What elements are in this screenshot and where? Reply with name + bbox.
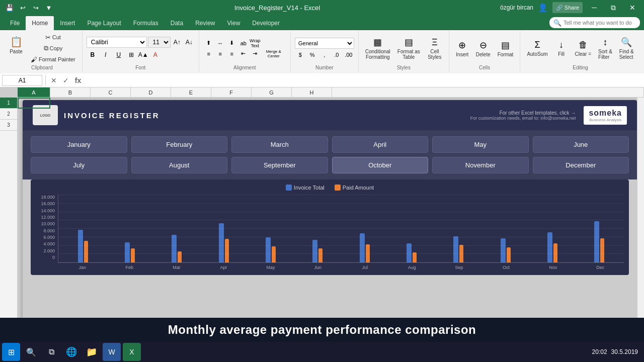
align-bottom-button[interactable]: ⬇ — [226, 39, 237, 48]
increase-decimal-button[interactable]: .0 — [331, 50, 342, 59]
explorer-icon[interactable]: 📁 — [83, 343, 101, 361]
cancel-formula-button[interactable]: ✕ — [49, 75, 59, 85]
undo-button[interactable]: ↩ — [17, 2, 28, 13]
border-button[interactable]: ⊞ — [126, 49, 137, 60]
cell-reference-box[interactable] — [2, 75, 42, 86]
format-cells-button[interactable]: ▤ Format — [495, 34, 516, 62]
col-header-e[interactable]: E — [171, 87, 211, 97]
excel-icon[interactable]: X — [123, 343, 141, 361]
month-btn-september[interactable]: September — [231, 157, 328, 173]
month-btn-april[interactable]: April — [332, 136, 429, 153]
start-button[interactable]: ⊞ — [2, 343, 20, 361]
font-family-dropdown[interactable]: Calibri — [87, 37, 147, 48]
search-taskbar[interactable]: 🔍 — [22, 343, 40, 361]
month-btn-july[interactable]: July — [31, 157, 127, 173]
customize-qat-button[interactable]: ▼ — [43, 2, 54, 13]
align-center-button[interactable]: ≡ — [215, 49, 226, 58]
tab-formulas[interactable]: Formulas — [127, 16, 165, 30]
align-right-button[interactable]: ≡ — [226, 49, 237, 58]
wrap-text-button[interactable]: Wrap Text — [250, 39, 261, 48]
month-btn-august[interactable]: August — [131, 157, 228, 173]
percent-button[interactable]: % — [307, 50, 318, 59]
paste-button[interactable]: 📋 Paste — [6, 32, 26, 57]
decrease-decimal-button[interactable]: .00 — [343, 50, 354, 59]
month-btn-march[interactable]: March — [231, 136, 328, 153]
save-button[interactable]: 💾 — [4, 2, 15, 13]
cell-area: LOGO INVOICE REGISTER For other Excel te… — [18, 98, 644, 327]
col-header-g[interactable]: G — [252, 87, 292, 97]
align-middle-button[interactable]: ↔ — [215, 39, 226, 48]
decrease-font-button[interactable]: A↓ — [184, 37, 195, 48]
comma-button[interactable]: , — [319, 50, 330, 59]
insert-cells-button[interactable]: ⊕ Insert — [453, 34, 471, 62]
row-2-header[interactable]: 2 — [0, 109, 17, 120]
delete-cells-button[interactable]: ⊖ Delete — [473, 34, 493, 62]
scrollbar-right[interactable] — [637, 98, 644, 320]
number-format-dropdown[interactable]: General — [295, 38, 354, 49]
tab-developer[interactable]: Developer — [246, 16, 286, 30]
underline-button[interactable]: U — [113, 49, 125, 60]
month-btn-november[interactable]: November — [432, 157, 529, 173]
align-left-button[interactable]: ≡ — [203, 49, 214, 58]
month-btn-june[interactable]: June — [533, 136, 629, 153]
restore-button[interactable]: ⧉ — [606, 0, 621, 15]
selected-cell-a1[interactable] — [18, 98, 50, 109]
cut-button[interactable]: ✂ Cut — [28, 32, 78, 42]
col-header-d[interactable]: D — [131, 87, 171, 97]
tab-file[interactable]: File — [4, 16, 26, 30]
col-header-f[interactable]: F — [211, 87, 252, 97]
tell-me-input[interactable] — [564, 20, 634, 26]
task-view[interactable]: ⧉ — [42, 343, 60, 361]
month-btn-january[interactable]: January — [31, 136, 127, 153]
format-as-table-button[interactable]: ▤ Format asTable — [395, 34, 423, 62]
tab-review[interactable]: Review — [189, 16, 221, 30]
font-color-button[interactable]: A — [150, 49, 161, 60]
italic-button[interactable]: I — [100, 49, 112, 60]
merge-center-button[interactable]: Merge & Center — [261, 49, 286, 58]
tell-me-bar[interactable]: 🔍 — [549, 17, 640, 28]
profile-icon[interactable]: 👤 — [537, 2, 548, 13]
clear-button[interactable]: 🗑 Clear = — [573, 34, 594, 62]
format-painter-button[interactable]: 🖌 Format Painter — [28, 54, 78, 64]
month-btn-october[interactable]: October — [332, 157, 429, 173]
font-size-dropdown[interactable]: 11 — [148, 37, 171, 48]
tab-page-layout[interactable]: Page Layout — [81, 16, 127, 30]
increase-indent-button[interactable]: ⇥ — [250, 49, 261, 58]
col-header-b[interactable]: B — [50, 87, 91, 97]
formula-input[interactable] — [85, 75, 642, 86]
row-1-header[interactable]: 1 — [0, 98, 17, 109]
month-btn-may[interactable]: May — [432, 136, 529, 153]
decrease-indent-button[interactable]: ⇤ — [238, 49, 249, 58]
bold-button[interactable]: B — [87, 49, 99, 60]
find-select-button[interactable]: 🔍 Find &Select — [617, 34, 636, 62]
col-header-a[interactable]: A — [18, 87, 50, 97]
edge-icon[interactable]: 🌐 — [62, 343, 80, 361]
month-btn-february[interactable]: February — [131, 136, 228, 153]
align-top-button[interactable]: ⬆ — [203, 39, 214, 48]
tab-view[interactable]: View — [221, 16, 247, 30]
cell-styles-button[interactable]: Ξ CellStyles — [425, 34, 445, 62]
col-header-h[interactable]: H — [292, 87, 332, 97]
accounting-button[interactable]: $ — [295, 50, 306, 59]
redo-button[interactable]: ↪ — [30, 2, 41, 13]
sort-filter-button[interactable]: ↕ Sort &Filter — [596, 34, 615, 62]
conditional-formatting-button[interactable]: ▦ ConditionalFormatting — [363, 34, 393, 62]
increase-font-button[interactable]: A↑ — [172, 37, 183, 48]
tab-home[interactable]: Home — [26, 16, 54, 30]
autosum-button[interactable]: Σ AutoSum — [524, 34, 550, 62]
close-button[interactable]: ✕ — [625, 0, 640, 15]
fill-color-button[interactable]: A▲ — [138, 49, 149, 60]
fill-button[interactable]: ↓ Fill — [552, 34, 571, 62]
month-btn-december[interactable]: December — [533, 157, 629, 173]
minimize-button[interactable]: ─ — [587, 0, 602, 15]
tab-insert[interactable]: Insert — [54, 16, 81, 30]
col-header-c[interactable]: C — [91, 87, 131, 97]
tab-data[interactable]: Data — [165, 16, 189, 30]
copy-button[interactable]: ⧉ Copy — [28, 43, 78, 53]
confirm-formula-button[interactable]: ✓ — [61, 75, 71, 85]
row-3-header[interactable]: 3 — [0, 120, 17, 131]
share-button[interactable]: 🔗 Share — [552, 2, 583, 13]
word-icon[interactable]: W — [103, 343, 121, 361]
insert-function-button[interactable]: fx — [73, 75, 83, 85]
text-direction-button[interactable]: ab — [238, 39, 249, 48]
